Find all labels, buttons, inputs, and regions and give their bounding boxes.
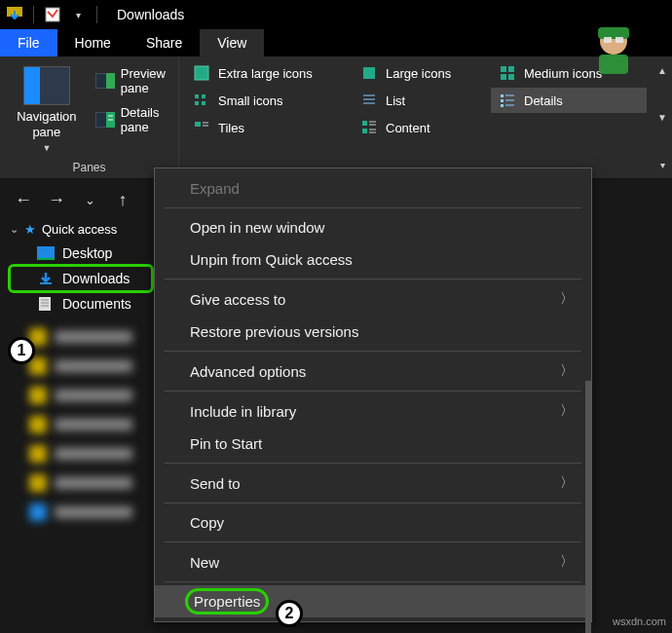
back-button[interactable]: ← bbox=[14, 190, 33, 210]
ctx-unpin-quick-access[interactable]: Unpin from Quick access bbox=[155, 243, 591, 276]
ctx-separator bbox=[165, 463, 581, 464]
layout-details[interactable]: Details bbox=[491, 88, 647, 113]
up-button[interactable]: ↑ bbox=[113, 190, 132, 210]
callout-1: 1 bbox=[8, 337, 35, 364]
preview-pane-button[interactable]: Preview pane bbox=[92, 64, 170, 97]
ctx-give-access-to[interactable]: Give access to〉 bbox=[155, 282, 591, 316]
ribbon-group-panes: Navigation pane ▼ Preview pane Details p… bbox=[0, 56, 179, 178]
gallery-more-icon[interactable]: ▾ bbox=[654, 157, 670, 172]
svg-rect-21 bbox=[501, 94, 504, 97]
tree-item-documents[interactable]: Documents bbox=[10, 291, 152, 316]
ribbon-group-layout: Extra large icons Large icons Medium ico… bbox=[179, 56, 653, 178]
details-pane-button[interactable]: Details pane bbox=[92, 103, 170, 136]
ctx-open-new-window[interactable]: Open in new window bbox=[155, 211, 591, 243]
svg-rect-23 bbox=[501, 99, 504, 102]
watermark: wsxdn.com bbox=[613, 615, 666, 627]
desktop-label: Desktop bbox=[62, 245, 112, 261]
layout-gallery-scroll: ▲ ▼ ▾ bbox=[653, 56, 672, 178]
svg-rect-33 bbox=[362, 129, 367, 133]
chevron-right-icon: 〉 bbox=[560, 402, 574, 420]
layout-content[interactable]: Content bbox=[353, 115, 489, 140]
ctx-separator bbox=[165, 391, 581, 391]
layout-tiles[interactable]: Tiles bbox=[185, 115, 351, 140]
chevron-right-icon: 〉 bbox=[560, 474, 574, 492]
list-icon bbox=[360, 93, 378, 108]
tree-item-desktop[interactable]: Desktop bbox=[10, 241, 152, 266]
tiles-icon bbox=[193, 120, 210, 135]
app-icon bbox=[6, 6, 23, 23]
chevron-down-icon: ⌄ bbox=[10, 223, 19, 236]
tab-home[interactable]: Home bbox=[57, 29, 129, 56]
svg-rect-10 bbox=[501, 66, 506, 72]
ctx-advanced-options[interactable]: Advanced options〉 bbox=[155, 354, 591, 388]
ctx-separator bbox=[165, 279, 581, 279]
preview-pane-label: Preview pane bbox=[121, 66, 167, 95]
documents-label: Documents bbox=[62, 296, 131, 312]
properties-highlight: Properties bbox=[190, 593, 264, 610]
chevron-right-icon: 〉 bbox=[560, 362, 574, 380]
avatar-image bbox=[584, 19, 643, 78]
medium-icons-icon bbox=[499, 65, 516, 81]
details-icon bbox=[499, 93, 516, 108]
context-menu: Expand Open in new window Unpin from Qui… bbox=[154, 168, 592, 622]
ctx-copy[interactable]: Copy bbox=[155, 506, 591, 539]
qat-dropdown-icon[interactable]: ▾ bbox=[69, 6, 87, 23]
tab-file[interactable]: File bbox=[0, 29, 57, 56]
tree-item-downloads[interactable]: Downloads bbox=[10, 266, 152, 291]
ribbon-view: Navigation pane ▼ Preview pane Details p… bbox=[0, 56, 672, 179]
ctx-include-in-library[interactable]: Include in library〉 bbox=[155, 394, 591, 428]
ctx-restore-previous-versions[interactable]: Restore previous versions bbox=[155, 316, 591, 348]
svg-rect-27 bbox=[195, 122, 201, 127]
ctx-new[interactable]: New〉 bbox=[155, 545, 591, 578]
gallery-up-icon[interactable]: ▲ bbox=[654, 62, 670, 78]
ctx-pin-to-start[interactable]: Pin to Start bbox=[155, 428, 591, 460]
quick-access-label: Quick access bbox=[42, 222, 117, 237]
downloads-label: Downloads bbox=[62, 271, 130, 286]
qat-divider bbox=[33, 6, 34, 23]
qat-properties-icon[interactable] bbox=[44, 6, 61, 23]
ctx-expand: Expand bbox=[155, 172, 591, 205]
layout-small-icons[interactable]: Small icons bbox=[185, 88, 351, 113]
svg-rect-30 bbox=[362, 121, 367, 126]
tree-quick-access[interactable]: ⌄ ★ Quick access bbox=[10, 218, 152, 241]
navigation-tree: ⌄ ★ Quick access Desktop Downloads Docum… bbox=[0, 212, 156, 633]
ctx-send-to[interactable]: Send to〉 bbox=[155, 466, 591, 500]
chevron-right-icon: 〉 bbox=[560, 290, 574, 308]
svg-rect-37 bbox=[37, 258, 55, 260]
svg-rect-17 bbox=[202, 101, 205, 105]
forward-button[interactable]: → bbox=[47, 190, 66, 210]
ctx-separator bbox=[165, 581, 581, 582]
preview-pane-icon bbox=[95, 73, 115, 89]
svg-rect-14 bbox=[195, 94, 199, 98]
ribbon-tabs: File Home Share View bbox=[0, 29, 672, 56]
layout-extra-large-icons[interactable]: Extra large icons bbox=[185, 60, 351, 86]
svg-rect-45 bbox=[599, 55, 628, 74]
svg-rect-11 bbox=[508, 66, 514, 72]
small-icons-icon bbox=[193, 93, 210, 108]
documents-icon bbox=[37, 297, 55, 311]
chevron-down-icon: ▼ bbox=[42, 143, 51, 153]
svg-rect-25 bbox=[501, 104, 504, 107]
tab-view[interactable]: View bbox=[200, 29, 264, 56]
ctx-properties[interactable]: Properties bbox=[155, 585, 591, 617]
context-menu-scrollbar[interactable] bbox=[585, 381, 591, 633]
desktop-icon bbox=[37, 246, 55, 260]
tab-share[interactable]: Share bbox=[129, 29, 200, 56]
callout-2: 2 bbox=[276, 600, 303, 627]
svg-rect-46 bbox=[604, 37, 612, 43]
gallery-down-icon[interactable]: ▼ bbox=[654, 110, 670, 126]
ctx-separator bbox=[165, 207, 581, 208]
recent-locations-button[interactable]: ⌄ bbox=[80, 193, 99, 207]
content-icon bbox=[360, 120, 378, 135]
layout-list[interactable]: List bbox=[353, 88, 489, 113]
ctx-separator bbox=[165, 541, 581, 542]
svg-rect-16 bbox=[202, 94, 205, 98]
svg-rect-13 bbox=[508, 74, 514, 80]
svg-rect-12 bbox=[501, 74, 506, 80]
navigation-pane-button[interactable]: Navigation pane ▼ bbox=[8, 62, 86, 157]
details-pane-icon bbox=[95, 112, 115, 128]
title-divider bbox=[96, 6, 97, 23]
layout-large-icons[interactable]: Large icons bbox=[353, 60, 489, 86]
svg-rect-15 bbox=[195, 101, 199, 105]
window-title: Downloads bbox=[117, 7, 184, 22]
